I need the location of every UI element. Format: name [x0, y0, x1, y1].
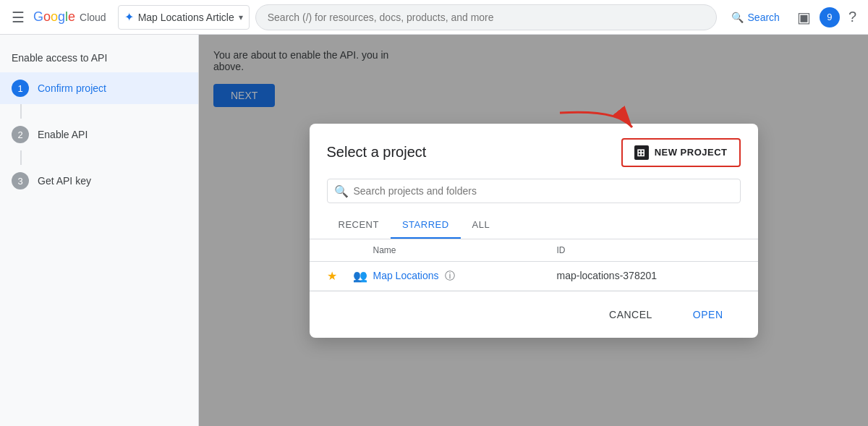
project-link[interactable]: Map Locations [373, 270, 439, 281]
step-divider-2 [20, 150, 22, 165]
step-divider-1 [20, 104, 22, 119]
sidebar-item-confirm-project[interactable]: 1 Confirm project [0, 72, 198, 104]
tab-recent[interactable]: RECENT [327, 212, 391, 239]
modal-overlay: Select a project [199, 35, 868, 426]
col-id-header: ID [557, 245, 741, 255]
help-icon[interactable]: ? [846, 6, 859, 28]
sidebar-item-get-api-key[interactable]: 3 Get API key [0, 165, 198, 197]
tab-starred[interactable]: STARRED [391, 212, 461, 239]
main-content: Enable access to API 1 Confirm project 2… [0, 35, 868, 426]
step-3-label: Get API key [38, 175, 91, 187]
cancel-button[interactable]: CANCEL [592, 303, 670, 326]
step-1-circle: 1 [12, 80, 29, 97]
project-id-col: map-locations-378201 [557, 269, 741, 282]
project-selector-label: Map Locations Article [138, 12, 234, 23]
search-icon: 🔍 [731, 12, 744, 23]
topbar: ☰ Google Cloud ✦ Map Locations Article ▾… [0, 0, 868, 35]
modal-footer: CANCEL OPEN [310, 291, 758, 338]
search-input[interactable] [268, 12, 705, 23]
step-2-circle: 2 [12, 126, 29, 143]
modal-search-icon: 🔍 [334, 184, 349, 197]
col-star-header [327, 245, 350, 255]
open-button[interactable]: OPEN [676, 303, 741, 326]
step-1-label: Confirm project [38, 82, 106, 94]
cloud-label: Cloud [80, 12, 106, 23]
modal-search-input[interactable] [327, 179, 741, 203]
project-type-icon: 👥 [350, 269, 373, 283]
arrow-svg [553, 106, 639, 142]
new-project-icon: ⊞ [634, 145, 649, 160]
project-selector-icon: ✦ [124, 10, 134, 24]
avatar[interactable]: 9 [820, 7, 840, 27]
sidebar-title: Enable access to API [0, 46, 198, 72]
project-id: map-locations-378201 [557, 270, 658, 281]
tab-all[interactable]: ALL [461, 212, 502, 239]
project-selector[interactable]: ✦ Map Locations Article ▾ [118, 5, 250, 30]
modal-tabs: RECENT STARRED ALL [310, 212, 758, 239]
select-project-modal: Select a project [310, 124, 758, 338]
terminal-icon[interactable]: ▣ [794, 6, 814, 29]
table-header: Name ID [310, 239, 758, 262]
search-bar[interactable] [255, 4, 717, 30]
project-help-icon[interactable]: ⓘ [445, 270, 455, 281]
modal-search-area: 🔍 [310, 179, 758, 212]
col-icon-header [350, 245, 373, 255]
step-2-label: Enable API [38, 129, 88, 140]
new-project-button[interactable]: ⊞ NEW PROJECT [621, 138, 741, 167]
col-name-header: Name [373, 245, 557, 255]
modal-search-wrapper: 🔍 [327, 179, 741, 203]
sidebar: Enable access to API 1 Confirm project 2… [0, 35, 199, 426]
sidebar-item-enable-api[interactable]: 2 Enable API [0, 119, 198, 150]
modal-header: Select a project [310, 124, 758, 179]
google-cloud-logo: Google Cloud [33, 9, 106, 25]
star-icon: ★ [327, 270, 337, 282]
new-project-label: NEW PROJECT [655, 147, 728, 158]
star-col: ★ [327, 269, 350, 283]
table-row[interactable]: ★ 👥 Map Locations ⓘ map-locations-378201 [310, 262, 758, 291]
people-icon: 👥 [353, 270, 367, 282]
hamburger-menu-icon[interactable]: ☰ [9, 6, 27, 29]
search-button[interactable]: 🔍 Search [723, 9, 788, 26]
project-name-col: Map Locations ⓘ [373, 269, 557, 283]
content-area: You are about to enable the API. you in … [199, 35, 868, 426]
topbar-right: ▣ 9 ? [794, 6, 859, 29]
modal-table: Name ID ★ 👥 Map Locations ⓘ [310, 239, 758, 291]
chevron-down-icon: ▾ [239, 12, 243, 22]
step-3-circle: 3 [12, 172, 29, 189]
search-label: Search [748, 12, 780, 23]
modal-title: Select a project [327, 144, 427, 161]
